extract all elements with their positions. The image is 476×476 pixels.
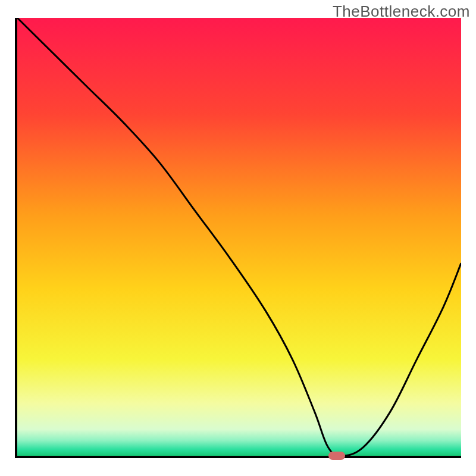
chart-svg: [17, 18, 461, 456]
plot-area: [15, 18, 461, 458]
watermark-text: TheBottleneck.com: [333, 2, 470, 21]
optimal-marker: [328, 452, 345, 460]
chart-container: TheBottleneck.com: [0, 0, 476, 476]
